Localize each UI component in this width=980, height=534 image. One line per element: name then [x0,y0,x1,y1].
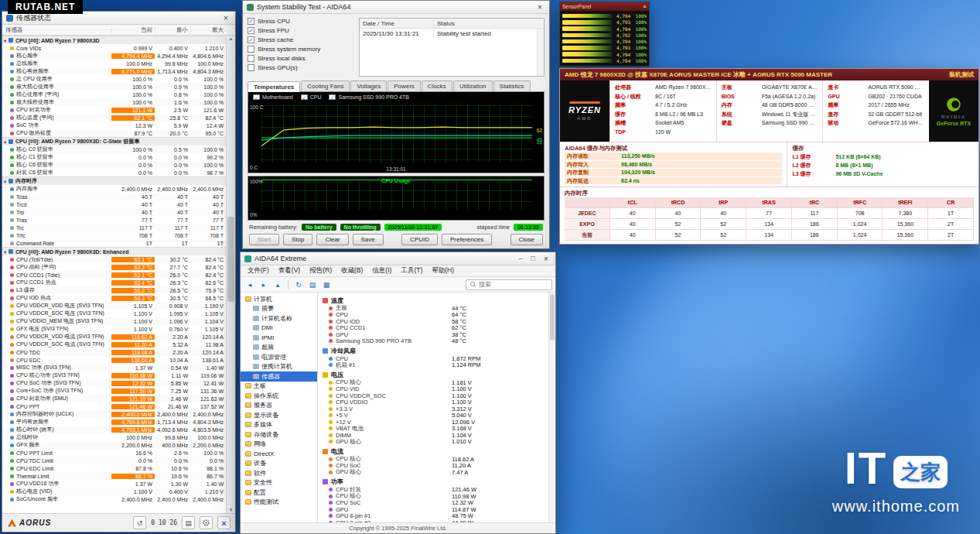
sidebar-item-16[interactable]: DirectX [241,449,317,459]
up-button[interactable]: ▴ [271,279,284,290]
sensor-row[interactable]: 核心时钟 (效果)4,793.1 MHz4,092.6 MHz4,803.5 M… [2,426,226,433]
close-icon[interactable]: × [541,255,551,263]
report-button[interactable]: ▤ [182,516,195,529]
sensor-row[interactable]: CPU 封装功率 (SMU)121.10 W2.46 W121.63 W [2,395,226,402]
sensor-row[interactable]: GFX 频率2,200.0 MHz400.0 MHz2,200.0 MHz [2,441,226,449]
sensor-row[interactable]: Trp40 T40 T40 T [2,208,226,216]
menu-item-4[interactable]: 信息(I) [368,265,395,276]
sidebar-item-3[interactable]: DMI [241,323,317,334]
sensor-item[interactable]: +3.3 V3.312 V [318,406,548,412]
sidebar-item-9[interactable]: 主板 [241,382,317,392]
sensor-row[interactable]: 核心 C6 驻留率0.0 %0.0 %100.0 % [2,161,226,169]
sensor-row[interactable]: CPU IOD 热点58.3 °C30.5 °C68.5 °C [2,294,226,302]
sidebar-item-21[interactable]: 性能测试 [241,498,317,508]
cpuid-button[interactable]: CPUID [401,234,438,245]
sensor-row[interactable]: CPU TDC Limit0.0 %0.0 %0.0 % [2,457,226,464]
sensor-item[interactable]: GPU 核心1.010 V [318,439,548,446]
preferences-button[interactable]: Preferences [442,234,492,245]
sensor-row[interactable]: CPU CCD1 热点62.4 °C26.3 °C82.6 °C [2,279,226,286]
minimize-icon[interactable]: – [516,255,525,262]
stability-titlebar[interactable]: System Stability Test - AIDA64 × [243,1,549,14]
menu-item-3[interactable]: 收藏(B) [337,265,367,276]
sensor-row[interactable]: Core+SoC 功率 (SVI3 TFN)117.50 W7.25 W131.… [2,387,226,395]
hwinfo-group-header[interactable]: ▾CPU [#0]: AMD Ryzen 7 9800X3D [2,36,226,44]
sensor-row[interactable]: Trcd40 T40 T40 T [2,200,226,208]
sensor-row[interactable]: 核心电压 (VID)1.100 V0.400 V1.210 V [2,488,226,495]
tab-1[interactable]: Cooling Fans [301,80,350,91]
sensor-row[interactable]: Trc117 T117 T117 T [2,224,226,231]
sensor-row[interactable]: 最大线程使用率100.0 %1.6 %100.0 % [2,98,226,106]
sidebar-item-2[interactable]: 计算机名称 [241,313,317,323]
sidebar-item-6[interactable]: 电源管理 [241,352,317,362]
sensor-item[interactable]: +5 V5.040 V [318,412,548,419]
sensor-item[interactable]: CPU VID1.100 V [318,386,548,393]
sensor-row[interactable]: Tcas40 T40 T40 T [2,193,226,200]
sidebar-item-14[interactable]: 存储设备 [241,430,317,440]
stop-button[interactable]: Stop [283,234,312,245]
sensor-row[interactable]: CPU SoC 功率 (SVI3 TFN)12.32 W5.85 W12.41 … [2,379,226,387]
sensor-item[interactable]: GPU114.87 W [318,506,548,513]
legend-checkbox-0[interactable]: ✓Motherboard [253,94,293,100]
sensor-item[interactable]: CPU CCD162 °C [318,325,548,332]
sensor-row[interactable]: CPU EDC138.60 A10.04 A138.61 A [2,356,226,364]
scrollbar-thumb[interactable] [227,217,234,302]
sensor-row[interactable]: MISC 功率 (SVI3 TFN)1.37 W0.54 W1.40 W [2,364,226,371]
close-icon[interactable]: × [220,14,231,22]
sensor-item[interactable]: GPU 核心7.47 A [318,469,548,476]
search-input[interactable] [479,281,544,288]
sensor-row[interactable]: CPU CCD1 (Tdie)62.1 °C26.0 °C82.4 °C [2,271,226,279]
sensor-item[interactable]: CPU SoC12.32 W [318,500,548,507]
sensor-row[interactable]: 核心 C1 驻留率0.0 %0.0 %99.2 % [2,153,226,161]
sidebar-item-20[interactable]: 配置 [241,488,317,498]
log-scrollbar[interactable] [537,29,544,76]
sensor-row[interactable]: Thermal Limit86.7 %19.6 %86.7 % [2,472,226,480]
sidebar-item-17[interactable]: 设备 [241,459,317,469]
clear-button[interactable]: Clear [316,234,348,245]
stress-checkbox-1[interactable]: ✓Stress FPU [248,27,354,34]
forward-button[interactable]: ▸ [258,279,270,290]
legend-checkbox-1[interactable]: ✓CPU [301,94,322,100]
pane-scrollbar[interactable] [548,293,555,522]
sensor-row[interactable]: 核心 C0 驻留率100.0 %0.5 %100.0 % [2,145,226,153]
scroll-up-icon[interactable]: ▲ [229,36,234,41]
hwinfo-scrollbar[interactable]: ▲ ▼ [226,36,235,513]
sensor-row[interactable]: 内存控制器时钟 (UCLK)2,400.0 MHz2,400.0 MHz2,40… [2,410,226,418]
sensor-item[interactable]: CPU VDDIO1.100 V [318,399,548,406]
settings-button[interactable] [200,516,213,529]
sensor-row[interactable]: 内存频率2,400.0 MHz2,400.0 MHz2,400.0 MHz [2,185,226,193]
menu-item-1[interactable]: 查看(V) [275,265,304,276]
sensor-item[interactable]: CPU 核心110.98 W [318,493,548,500]
sensor-row[interactable]: L3 缓存56.2 °C26.5 °C75.9 °C [2,286,226,294]
hwinfo-group-header[interactable]: ▾内存时序 [2,176,226,185]
sensor-item[interactable]: CPU 核心1.181 V [318,379,548,386]
sensor-row[interactable]: CPU PPT Limit16.6 %2.6 %100.0 % [2,449,226,457]
sidebar-item-0[interactable]: 计算机 [241,294,317,304]
aida64-titlebar[interactable]: AIDA64 Extreme – □ × [241,252,555,265]
sensor-row[interactable]: Core VIDs0.999 V0.400 V1.210 V [2,44,226,52]
sensor-row[interactable]: 最大核心使用率100.0 %0.9 %100.0 % [2,83,226,91]
tab-6[interactable]: Statistics [493,80,531,91]
sidebar-item-13[interactable]: 多媒体 [241,420,317,430]
sensor-row[interactable]: CPU VDDCR_SOC 电压 (SVI3 TFN)1.100 V1.095 … [2,310,226,317]
sensor-item[interactable]: 机箱 #11,124 RPM [318,362,548,369]
sensor-row[interactable]: CPU (Tctl/Tdie)62.1 °C30.2 °C82.4 °C [2,255,226,263]
sensor-row[interactable]: 核心温度 (平均)62.1 °C25.8 °C82.4 °C [2,114,226,122]
sensor-row[interactable]: GFX 电压 (SVI3 TFN)1.100 V0.760 V1.105 V [2,325,226,333]
sensor-row[interactable]: CPU PPT121.46 W21.46 W137.52 W [2,402,226,410]
reset-clock-button[interactable]: ↺ [133,516,146,529]
sensor-row[interactable]: CPU VDDCR_VDD 电压 (SVI3 TFN)1.105 V0.908 … [2,302,226,310]
scrollbar-thumb[interactable] [550,294,555,341]
sensor-row[interactable]: CPU TDC118.98 A2.20 A120.14 A [2,348,226,356]
sensor-row[interactable]: 总线时钟100.0 MHz99.8 MHz100.0 MHz [2,433,226,441]
save-button[interactable]: Save [353,234,384,245]
hwinfo-group-header[interactable]: ▾CPU [#0]: AMD Ryzen 7 9800X3D: Enhanced [2,247,226,255]
sensor-row[interactable]: CPU VDDIO_MEM 电压 (SVI3 TFN)1.100 V1.096 … [2,317,226,325]
close-icon[interactable]: × [534,3,545,12]
sensor-row[interactable]: SoC/Uncore 频率2,400.0 MHz2,400.0 MHz2,400… [2,495,226,503]
sensor-row[interactable]: 平均有效频率4,769.8 MHz1,713.4 MHz4,804.3 MHz [2,418,226,426]
sensor-item[interactable]: CPU VDDCR_SOC1.100 V [318,392,548,399]
sidebar-item-12[interactable]: 显示设备 [241,410,317,420]
menu-item-5[interactable]: 工具(T) [397,265,426,276]
sidebar-item-7[interactable]: 便携计算机 [241,362,317,372]
panels-button[interactable]: ▦ [320,279,333,290]
